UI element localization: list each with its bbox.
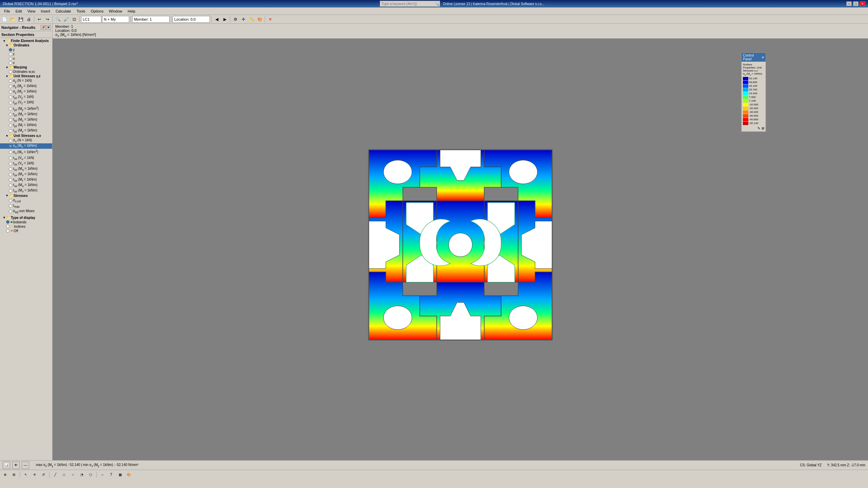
display-off[interactable]: ✕ Off [0, 229, 52, 233]
usuv-8[interactable]: τuv (Mt = 1kNm) [0, 177, 52, 183]
usuv-1[interactable]: σu (N = 1kN) [0, 138, 52, 143]
ord-v-item[interactable]: v [0, 61, 52, 65]
settings-icon[interactable]: — [22, 462, 29, 469]
warping-section[interactable]: ▼ 📁 Warping [0, 65, 52, 69]
rv1 [9, 139, 12, 142]
display-isolines[interactable]: — Isolines [0, 224, 52, 229]
scale-color-5 [743, 92, 748, 95]
location-info: Location: 0.0 [55, 28, 865, 33]
usyz-5[interactable]: τyz (Vz = 1kN) [0, 100, 52, 105]
open-button[interactable]: 📂 [9, 16, 16, 23]
menu-insert[interactable]: Insert [38, 8, 53, 14]
menu-view[interactable]: View [25, 8, 38, 14]
usuv-6[interactable]: τuv (Mu = 1kNm) [0, 166, 52, 172]
maximize-button[interactable]: □ [853, 1, 859, 6]
type-display-section[interactable]: ▼ 📁 Type of display [0, 216, 52, 220]
search-input[interactable] [380, 2, 434, 6]
scale-color-9 [743, 107, 748, 110]
undo-button[interactable]: ↩ [36, 16, 43, 23]
print-button[interactable]: 🖨 [25, 16, 33, 23]
lc-type-dropdown[interactable]: N + My [102, 16, 129, 23]
location-dropdown[interactable]: Location: 0.0 [173, 16, 210, 23]
unit-stress-yz-section[interactable]: ▼ 📁 Unit Stresses y,z [0, 74, 52, 78]
dim-btn[interactable]: ↔ [99, 471, 106, 479]
save-button[interactable]: 💾 [17, 16, 24, 23]
ord-z-item[interactable]: z [0, 52, 52, 56]
stress-sx[interactable]: σx,col [0, 198, 52, 203]
menu-file[interactable]: File [1, 8, 13, 14]
usuv-5[interactable]: τuv (Vv = 1kN) [0, 161, 52, 166]
prev-button[interactable]: ◀ [213, 16, 220, 23]
zoom-fit-button[interactable]: ⊡ [71, 16, 78, 23]
display-isobands[interactable]: ■ Isobands [0, 220, 52, 224]
nav-pin-button[interactable]: 📌 [41, 25, 45, 30]
menu-edit[interactable]: Edit [13, 8, 25, 14]
usuv-10[interactable]: τuv (Mv = 1kNm) [0, 188, 52, 194]
nav-close-button[interactable]: ✕ [46, 25, 51, 30]
zoom-out-button[interactable]: 🔎 [62, 16, 70, 23]
usuv-4[interactable]: τuv (Vu = 1kN) [0, 156, 52, 161]
stress-tmax[interactable]: τmax [0, 203, 52, 209]
usyz-3[interactable]: σy (Mz = 1kNm) [0, 89, 52, 95]
usuv-9[interactable]: τuv (Mu = 1kNm) [0, 183, 52, 188]
draw-rect-btn[interactable]: □ [60, 471, 68, 479]
warp-wsc-item[interactable]: Ordinates w,sc [0, 69, 52, 74]
finite-element-section[interactable]: ▼ 📁 Finite Element Analysis [0, 39, 52, 43]
canvas-area[interactable]: Control Panel ✕ Surface Properties: Unit… [53, 39, 868, 460]
menu-window[interactable]: Window [106, 8, 125, 14]
minimize-button[interactable]: ─ [846, 1, 852, 6]
ord-y-item[interactable]: y [0, 47, 52, 52]
hatch-btn[interactable]: ▦ [116, 471, 124, 479]
scale-table-icon[interactable]: ⊞ [762, 126, 764, 130]
usuv-3[interactable]: σu (Mv = 1kNm2) [0, 149, 52, 155]
next-button[interactable]: ▶ [221, 16, 229, 23]
usuv-2-selected[interactable]: σu (Mu = 1kNm) [0, 143, 52, 149]
menu-help[interactable]: Help [125, 8, 138, 14]
results-icon[interactable]: 📊 [3, 462, 10, 469]
usyz-2[interactable]: σy (My = 1kNm) [0, 84, 52, 89]
draw-line-btn[interactable]: ╱ [52, 471, 59, 479]
grid-btn[interactable]: ⊞ [10, 471, 18, 479]
select-btn[interactable]: ↖ [22, 471, 29, 479]
stresses-section[interactable]: ▼ 📁 Stresses [0, 194, 52, 198]
svg-point-1 [509, 160, 537, 184]
color-panel-close[interactable]: ✕ [762, 56, 764, 59]
color-button[interactable]: 🎨 [256, 16, 263, 23]
snap-btn[interactable]: ⊕ [1, 471, 9, 479]
draw-poly-btn[interactable]: ⬡ [87, 471, 94, 479]
text-btn[interactable]: T [107, 471, 115, 479]
menu-calculate[interactable]: Calculate [53, 8, 74, 14]
usyz-1[interactable]: σy (N = 1kN) [0, 78, 52, 84]
lc-dropdown[interactable]: LC1 [81, 16, 101, 23]
rotate-btn[interactable]: ↺ [40, 471, 47, 479]
scale-edit-icon[interactable]: ✎ [757, 126, 760, 130]
draw-arc-btn[interactable]: ◔ [78, 471, 85, 479]
view3d-icon[interactable]: 👁 [12, 462, 20, 469]
close-button[interactable]: ✕ [860, 1, 865, 6]
usyz-4[interactable]: τyz (Vy = 1kN) [0, 95, 52, 100]
axes-button[interactable]: ✛ [240, 16, 247, 23]
stop-button[interactable]: ✕ [267, 16, 274, 23]
redo-button[interactable]: ↪ [44, 16, 51, 23]
search-icon: 🔍 [434, 2, 440, 6]
new-button[interactable]: 📄 [1, 16, 8, 23]
ruler-button[interactable]: 📏 [248, 16, 255, 23]
member-dropdown[interactable]: Member: 1 [132, 16, 170, 23]
usyz-10[interactable]: τyz (Mz = 1kNm) [0, 128, 52, 134]
unit-stress-uv-section[interactable]: ▼ 📁 Unit Stresses u,v [0, 134, 52, 138]
draw-circle-btn[interactable]: ○ [69, 471, 77, 479]
usyz-9[interactable]: τyz (Mt = 1kNm) [0, 123, 52, 128]
color2-btn[interactable]: 🎨 [125, 471, 133, 479]
render-button[interactable]: ⚙ [232, 16, 239, 23]
usyz-6[interactable]: τyz (My = 1kNm2) [0, 105, 52, 112]
usuv-7[interactable]: τuv (Mv = 1kNm) [0, 172, 52, 177]
ordinates-section[interactable]: ▼ 📁 Ordinates [0, 43, 52, 47]
usyz-7[interactable]: τyz (Mz = 1kNm) [0, 112, 52, 117]
usyz-8[interactable]: τyz (Mz = 1kNm) [0, 117, 52, 123]
zoom-in-button[interactable]: 🔍 [54, 16, 62, 23]
ord-u-item[interactable]: u [0, 56, 52, 61]
move-btn[interactable]: ✛ [31, 471, 38, 479]
stress-eq[interactable]: σeq-von Mises [0, 209, 52, 214]
menu-tools[interactable]: Tools [74, 8, 88, 14]
menu-options[interactable]: Options [88, 8, 106, 14]
